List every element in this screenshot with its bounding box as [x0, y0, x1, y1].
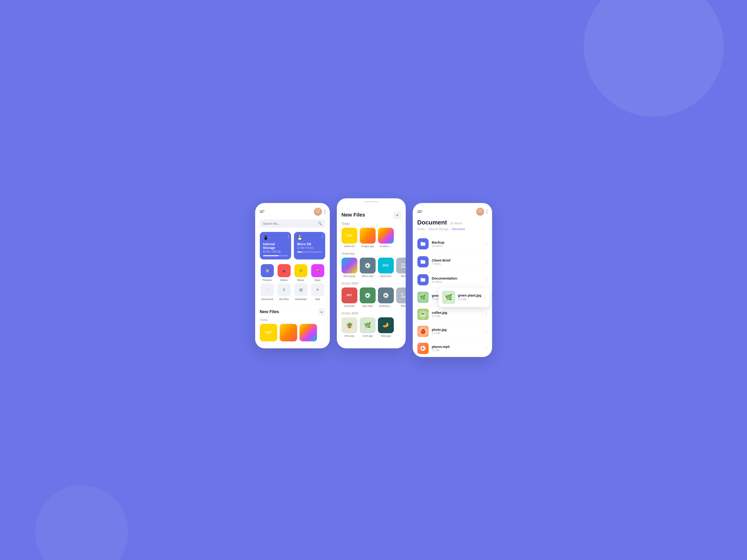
download-label: Download — [295, 298, 307, 300]
tooltip-more-dots[interactable] — [485, 296, 486, 299]
backup-name: Backup — [432, 240, 485, 244]
menu-icon[interactable] — [260, 211, 264, 213]
file-more-jun23[interactable]: 5+Files More — [396, 288, 406, 307]
phone3-menu-icon[interactable] — [417, 211, 422, 213]
file-thumb-creative[interactable] — [300, 324, 317, 341]
report-thumb: DOC — [378, 258, 394, 273]
category-zipfiles[interactable]: 🗜️ Zip Files — [277, 283, 291, 300]
places-play-icon: ▶ — [420, 346, 426, 351]
videos-label: Videos — [280, 278, 288, 282]
file-decor[interactable]: decor.jpeg — [341, 258, 357, 277]
file-images-jpg[interactable]: images.jpg — [360, 228, 376, 247]
file-lake[interactable]: ▶ lake.mp4 — [360, 288, 376, 307]
backup-more-dots[interactable] — [485, 241, 487, 247]
avatar[interactable] — [314, 208, 322, 216]
zipfiles-label: Zip Files — [279, 298, 289, 300]
client-brief-info: Client Brief 7 items — [432, 258, 485, 266]
category-document[interactable]: 📄 Document — [260, 283, 275, 300]
folder-backup[interactable]: Backup 19 items — [417, 235, 487, 253]
pictures-label: Pictures — [263, 278, 272, 282]
file-working[interactable]: ▶ working o... — [378, 288, 394, 307]
working-play-icon: ▶ — [383, 293, 388, 298]
green-plant-image: 🌿 — [417, 292, 429, 303]
file-effect[interactable]: ▶ effect.mp4 — [360, 258, 376, 277]
file-coffee[interactable]: ☕ coffee.jpg 2.4 Mb — [417, 306, 487, 323]
download-icon: ⬇️ — [294, 283, 307, 296]
card-dots-icon-2[interactable] — [322, 235, 323, 238]
category-apps[interactable]: 📦 Apps — [310, 264, 325, 282]
section-yesterday: Yesterday decor.jpeg ▶ — [341, 252, 401, 277]
search-bar[interactable]: 🔍 — [260, 219, 325, 228]
places-image: ▶ — [417, 343, 429, 354]
new-files-header: New Files ▲ — [260, 308, 325, 315]
category-music[interactable]: 🎵 Music — [293, 264, 308, 282]
file-lamp[interactable]: 🪔 lamp.jpg — [378, 317, 394, 337]
file-travel[interactable]: PPT travel.ppt — [341, 288, 357, 307]
search-input[interactable] — [263, 222, 318, 225]
phone3-avatar-image — [476, 208, 484, 216]
card-dots-icon[interactable] — [288, 235, 289, 238]
file-photo[interactable]: 🍎 photo.jpg 3.6 Mb — [417, 323, 487, 340]
report-label: report.doc — [380, 275, 392, 277]
phones-container: 🔍 📱 Internal Storage 82 Gb / 128 Gb 💾 — [246, 194, 501, 366]
decor-label: decor.jpeg — [343, 275, 355, 277]
coffee-info: coffee.jpg 2.4 Mb — [432, 311, 485, 318]
jun24-label: 24 Jun 2020 — [341, 312, 401, 315]
file-thumb-works[interactable]: TXT — [260, 324, 277, 341]
breadcrumb-home[interactable]: Home — [417, 228, 425, 231]
file-creative[interactable]: creative i... — [378, 228, 394, 247]
more-options-icon[interactable] — [324, 210, 325, 214]
txt-icon: TXT — [260, 324, 277, 341]
lake-thumb: ▶ — [360, 288, 376, 303]
file-more-yesterday[interactable]: 10+Files More — [396, 258, 406, 277]
phone3-more-options[interactable] — [487, 210, 487, 214]
category-add[interactable]: + Add — [310, 283, 325, 300]
internal-storage-card[interactable]: 📱 Internal Storage 82 Gb / 128 Gb — [260, 232, 291, 260]
document-count: 16 items — [450, 221, 462, 225]
storage-sub: 82 Gb / 128 Gb — [263, 250, 288, 253]
images-thumbnail — [360, 228, 376, 244]
music-label: Music — [298, 278, 304, 282]
category-download[interactable]: ⬇️ Download — [293, 283, 308, 300]
breadcrumb-internal-storage[interactable]: Internal Storage — [429, 228, 448, 231]
file-places[interactable]: ▶ places.mp4 73 Mb — [417, 340, 487, 357]
category-pictures[interactable]: 🖼️ Pictures — [260, 264, 275, 282]
places-more-dots[interactable] — [485, 346, 487, 351]
lake-play-icon: ▶ — [365, 293, 370, 298]
room-thumbnail: 🌿 — [360, 317, 376, 333]
phone-3: Document 16 items Home › Internal Storag… — [413, 203, 492, 357]
client-brief-more-dots[interactable] — [485, 259, 487, 265]
file-room[interactable]: 🌿 room.jpg — [360, 317, 376, 337]
play-icon: ▶ — [365, 263, 370, 268]
folder-documentation[interactable]: Documentation 31 items — [417, 271, 487, 289]
category-grid: 🖼️ Pictures 🎬 Videos 🎵 Music 📦 Apps 📄 Do… — [260, 264, 325, 300]
photo-info: photo.jpg 3.6 Mb — [432, 328, 485, 335]
places-name: places.mp4 — [432, 345, 485, 349]
file-report[interactable]: DOC report.doc — [378, 258, 394, 277]
new-files-collapse-button[interactable]: ▲ — [318, 308, 325, 315]
photo-more-dots[interactable] — [485, 329, 487, 334]
section-today: Today TXT works.txt images.jpg — [341, 222, 401, 247]
section-jun24: 24 Jun 2020 🪴 tree.png 🌿 room.jpg — [341, 312, 401, 337]
client-brief-sub: 7 items — [432, 262, 485, 266]
file-thumb-images[interactable] — [280, 324, 297, 341]
folder-client-brief[interactable]: Client Brief 7 items — [417, 253, 487, 271]
effect-thumbnail: ▶ — [360, 258, 376, 273]
file-works-txt[interactable]: TXT works.txt — [341, 228, 357, 247]
file-tree[interactable]: 🪴 tree.png — [341, 317, 357, 337]
photo-size: 3.6 Mb — [432, 331, 485, 335]
file-green-plant[interactable]: 🌿 green plant.jpg 3.4 Mb 🌿 green plant.j… — [417, 289, 487, 306]
coffee-more-dots[interactable] — [485, 312, 487, 317]
collapse-button[interactable]: ▼ — [393, 212, 401, 219]
today-date-label: Today — [341, 222, 401, 225]
microsd-card[interactable]: 💾 Micro SD 12 Gb / 64 Gb — [294, 232, 325, 260]
lamp-thumb: 🪔 — [378, 317, 394, 333]
documentation-name: Documentation — [432, 276, 485, 280]
phone3-avatar[interactable] — [476, 208, 484, 216]
documentation-more-dots[interactable] — [485, 277, 487, 283]
coffee-thumb: ☕ — [417, 309, 429, 320]
new-files-thumbs: TXT — [260, 324, 325, 341]
jun23-files-row: PPT travel.ppt ▶ lake.mp4 — [341, 288, 401, 307]
category-videos[interactable]: 🎬 Videos — [277, 264, 291, 282]
backup-sub: 19 items — [432, 244, 485, 247]
